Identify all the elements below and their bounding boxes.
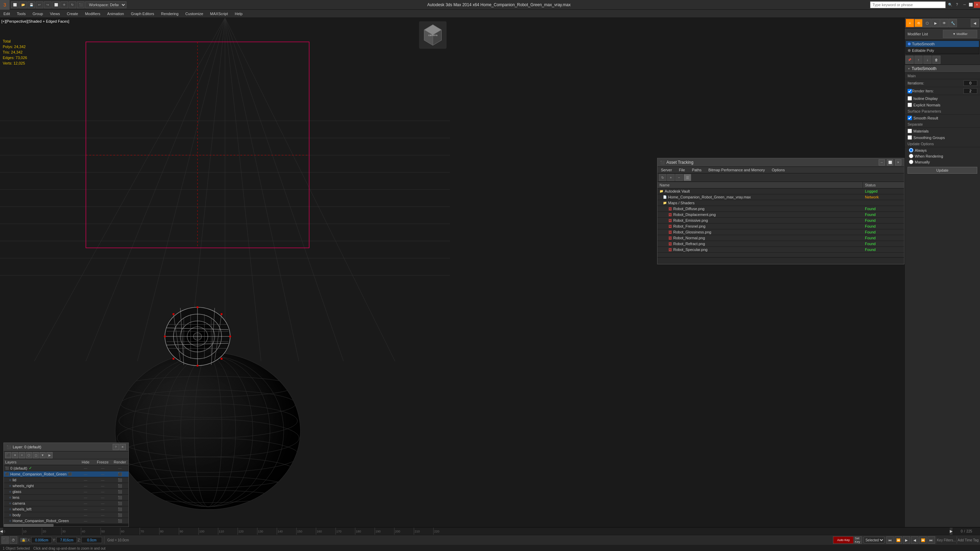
move-mod-btn[interactable]: ↑	[915, 56, 923, 64]
at-menu-server[interactable]: Server	[657, 167, 675, 173]
setkey-btn[interactable]: Set Key	[854, 536, 862, 544]
lm-collapse-btn[interactable]: ▶	[46, 452, 52, 458]
lm-help-btn[interactable]: ?	[113, 444, 119, 450]
move-btn[interactable]: ✛	[60, 2, 68, 8]
menu-customize[interactable]: Customize	[182, 10, 207, 18]
selected-dropdown[interactable]: Selected	[864, 537, 885, 543]
layer-row-wheels-left[interactable]: ○ wheels_left — — ⬛	[4, 507, 129, 512]
help-icon[interactable]: ?	[954, 2, 960, 8]
at-row-emissive[interactable]: 🖼 Robot_Emissive.png Found	[657, 218, 904, 224]
lm-scrollbar[interactable]	[4, 524, 129, 527]
scale-btn[interactable]: ⬛	[77, 2, 84, 8]
at-menu-file[interactable]: File	[675, 167, 688, 173]
rp-display-icon[interactable]: 👁	[940, 19, 948, 27]
search-icon[interactable]: 🔍	[947, 2, 953, 8]
at-row-fresnel[interactable]: 🖼 Robot_Fresnel.png Found	[657, 224, 904, 229]
pin-stack-btn[interactable]: 📌	[905, 56, 914, 64]
undo-btn[interactable]: ↩	[36, 2, 43, 8]
lm-add-selection-btn[interactable]: +	[19, 452, 25, 458]
key-mode-btn[interactable]: ⬛	[2, 536, 9, 544]
lm-select-objects-btn[interactable]: ◻	[33, 452, 39, 458]
update-button[interactable]: Update	[907, 167, 977, 174]
at-row-vault[interactable]: 📁 Autodesk Vault Logged	[657, 189, 904, 194]
layer-row-robot-obj[interactable]: ○ Home_Companion_Robot_Green — — ⬛	[4, 518, 129, 524]
menu-maxscript[interactable]: MAXScript	[207, 10, 232, 18]
save-btn[interactable]: 💾	[27, 2, 35, 8]
menu-help[interactable]: Help	[232, 10, 246, 18]
timeline-left-btn[interactable]: ◀	[0, 528, 3, 535]
lm-select-all-btn[interactable]: ⬡	[26, 452, 32, 458]
at-menu-options[interactable]: Options	[768, 167, 788, 173]
lm-scrollbar-thumb[interactable]	[4, 524, 54, 527]
at-row-maps[interactable]: 📁 Maps / Shaders	[657, 200, 904, 206]
layer-row-camera[interactable]: ○ camera — — ⬛	[4, 500, 129, 507]
time-config-btn[interactable]: ⏱	[10, 536, 17, 544]
at-add-btn[interactable]: +	[667, 174, 675, 181]
menu-rendering[interactable]: Rendering	[158, 10, 182, 18]
at-row-max-file[interactable]: 📄 Home_Companion_Robot_Green_max_vray.ma…	[657, 194, 904, 200]
modifier-turbosmooth[interactable]: TurboSmooth	[906, 41, 979, 48]
rp-collapse-icon[interactable]: ◀	[971, 19, 979, 27]
at-refresh-btn[interactable]: ↻	[659, 174, 667, 181]
at-row-glossiness[interactable]: 🖼 Robot_Glossiness.png Found	[657, 229, 904, 235]
timeline-track[interactable]: 0 10 20 30 40 50 60 70 80 90 1	[3, 528, 950, 535]
at-row-diffuse[interactable]: 🖼 Robot_Diffuse.png Found	[657, 206, 904, 212]
cube-gizmo[interactable]: camera	[419, 21, 447, 49]
rp-utility-icon[interactable]: 🔧	[949, 19, 957, 27]
lm-new-layer-btn[interactable]: ⬛	[5, 452, 11, 458]
manually-radio[interactable]	[909, 160, 913, 164]
at-maximize-btn[interactable]: ⬜	[887, 159, 893, 165]
y-input[interactable]	[56, 537, 77, 543]
open-btn[interactable]: 📂	[19, 2, 27, 8]
explicit-normals-checkbox[interactable]	[907, 103, 912, 107]
rotate-btn[interactable]: ↻	[69, 2, 76, 8]
lm-delete-btn[interactable]: ✕	[12, 452, 18, 458]
menu-views[interactable]: Views	[46, 10, 63, 18]
menu-animation[interactable]: Animation	[104, 10, 127, 18]
at-close-btn[interactable]: ✕	[895, 159, 901, 165]
menu-create[interactable]: Create	[63, 10, 81, 18]
materials-checkbox[interactable]	[907, 129, 912, 133]
layer-row-glass[interactable]: ○ glass — — ⬛	[4, 489, 129, 495]
menu-modifiers[interactable]: Modifiers	[81, 10, 104, 18]
iterations-input[interactable]	[964, 80, 977, 86]
at-row-specular[interactable]: 🖼 Robot_Specular.png Found	[657, 247, 904, 252]
layer-row-default[interactable]: ⬛ 0 (default) ✓ — — —	[4, 465, 129, 472]
at-row-refract[interactable]: 🖼 Robot_Refract.png Found	[657, 241, 904, 247]
redo-btn[interactable]: ↪	[44, 2, 51, 8]
at-menu-bitmap[interactable]: Bitmap Performance and Memory	[705, 167, 768, 173]
layer-row-lid[interactable]: ○ lid — — ⬛	[4, 477, 129, 483]
menu-edit[interactable]: Edit	[0, 10, 13, 18]
modifier-editable-poly[interactable]: Editable Poly	[906, 48, 979, 54]
when-rendering-radio[interactable]	[909, 154, 913, 158]
next-frame-btn[interactable]: ⏩	[919, 536, 927, 544]
at-row-normal[interactable]: 🖼 Robot_Normal.png Found	[657, 235, 904, 241]
timeline-right-btn[interactable]: ▶	[950, 528, 953, 535]
lm-expand-btn[interactable]: ▼	[40, 452, 46, 458]
delete-mod-btn[interactable]: 🗑	[932, 56, 940, 64]
search-input[interactable]	[870, 2, 946, 8]
layer-row-wheels-right[interactable]: ○ wheels_right — — ⬛	[4, 483, 129, 489]
turbosmooth-section-header[interactable]: TurboSmooth	[905, 65, 980, 73]
rp-create-icon[interactable]: +	[906, 19, 914, 27]
menu-group[interactable]: Group	[29, 10, 47, 18]
maximize-button[interactable]: ⬜	[967, 2, 974, 8]
play-btn[interactable]: ▶	[903, 536, 910, 544]
z-input[interactable]	[81, 537, 102, 543]
render-iters-input[interactable]	[964, 88, 977, 94]
at-minimize-btn[interactable]: ─	[879, 159, 885, 165]
minimize-button[interactable]: ─	[961, 2, 967, 8]
isoline-checkbox[interactable]	[907, 96, 912, 101]
render-iters-checkbox[interactable]	[907, 89, 912, 94]
lm-close-btn[interactable]: ✕	[119, 444, 126, 450]
select-btn[interactable]: ⬜	[52, 2, 60, 8]
layer-row-robot[interactable]: ⬛ Home_Companion_Robot_Green ⬛ — — ⬛	[4, 472, 129, 477]
menu-tools[interactable]: Tools	[13, 10, 29, 18]
layer-row-lens[interactable]: ○ lens — — ⬛	[4, 495, 129, 500]
go-start-btn[interactable]: ⏮	[886, 536, 894, 544]
rp-hierarchy-icon[interactable]: ⬡	[923, 19, 931, 27]
rp-modify-icon[interactable]: ⟲	[915, 19, 923, 27]
play-reverse-btn[interactable]: ◀	[911, 536, 918, 544]
menu-graph-editors[interactable]: Graph Editors	[127, 10, 158, 18]
at-row-displacement[interactable]: 🖼 Robot_Displacement.png Found	[657, 212, 904, 218]
